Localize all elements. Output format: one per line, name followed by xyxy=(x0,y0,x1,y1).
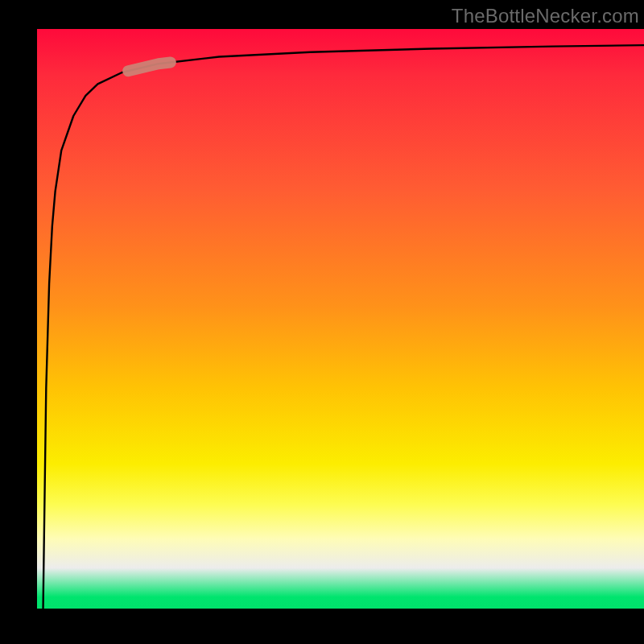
plot-area xyxy=(37,29,644,609)
chart-stage: TheBottleNecker.com xyxy=(0,0,644,644)
watermark-label: TheBottleNecker.com xyxy=(452,5,639,27)
